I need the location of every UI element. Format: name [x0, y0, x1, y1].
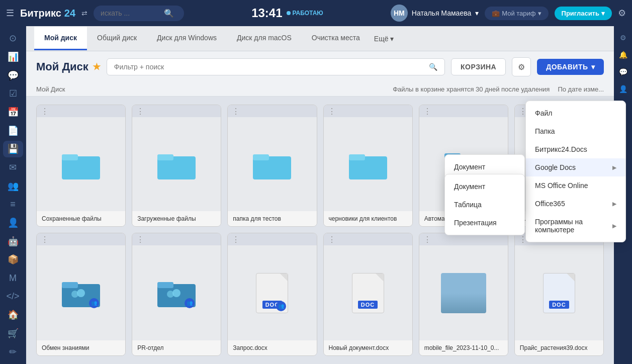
card-body — [228, 117, 316, 211]
card-footer: Загруженные файлы — [132, 211, 221, 226]
star-icon[interactable]: ★ — [93, 61, 101, 72]
list-item[interactable]: ⋮ 👥 Обмен знаниями — [36, 233, 126, 356]
folder-wrap: 👥 — [156, 276, 197, 310]
sidebar-item-dev[interactable]: </> — [3, 288, 23, 305]
doc-wrap: DOC — [543, 273, 575, 313]
menu-icon[interactable]: ⋮ — [423, 235, 431, 244]
sidebar-item-hr[interactable]: 👤 — [3, 215, 23, 231]
doc-wrap: DOC 👥 — [256, 273, 288, 313]
tab-shared-disk[interactable]: Общий диск — [87, 27, 147, 50]
card-header: ⋮ — [132, 233, 221, 245]
folder-wrap: 👥 — [61, 276, 101, 310]
menu-icon[interactable]: ⋮ — [232, 107, 240, 116]
card-footer: Прайс_растения39.docx — [515, 340, 603, 355]
sidebar-item-contacts[interactable]: 👥 — [3, 177, 23, 194]
submenu-office-item-table[interactable]: Таблица — [445, 196, 524, 214]
user-profile[interactable]: НМ Наталья Мамаева ▾ — [391, 5, 479, 22]
hamburger-icon[interactable]: ☰ — [6, 8, 14, 19]
sidebar-item-shop[interactable]: 🛒 — [3, 325, 23, 342]
list-item[interactable]: ⋮ 👥 PR-отдел — [132, 233, 221, 356]
dropdown-item-folder[interactable]: Папка — [526, 122, 625, 140]
menu-icon[interactable]: ⋮ — [136, 107, 144, 116]
menu-icon[interactable]: ⋮ — [41, 235, 49, 244]
list-item[interactable]: ⋮ черновики для клиентов — [323, 105, 413, 227]
tab-bar: Мой диск Общий диск Диск для Windows Дис… — [26, 26, 614, 51]
gear-icon: ⚙ — [518, 62, 525, 72]
svg-point-17 — [71, 291, 78, 298]
sidebar-item-crm[interactable]: ≡ — [3, 196, 23, 213]
filter-input[interactable] — [114, 63, 425, 71]
card-header: ⋮ — [324, 105, 412, 117]
sidebar-item-docs[interactable]: 📄 — [3, 122, 23, 139]
sidebar-item-chat[interactable]: 💬 — [3, 67, 23, 83]
add-button[interactable]: ДОБАВИТЬ ▾ — [537, 59, 604, 75]
submenu-office-item-document[interactable]: Документ — [445, 177, 524, 196]
tabs-more[interactable]: Ещё ▾ — [370, 28, 398, 50]
card-footer: mobile_file_2023-11-10_0... — [419, 340, 508, 355]
list-item[interactable]: ⋮ DOC Новый документ.docx — [323, 233, 413, 356]
submenu-item-document[interactable]: Документ — [445, 158, 524, 176]
dropdown-item-google-docs[interactable]: Google Docs ▶ — [526, 158, 625, 176]
card-header: ⋮ — [37, 233, 125, 245]
tab-cleanup[interactable]: Очистка места — [302, 27, 370, 50]
sidebar-item-chart[interactable]: 📊 — [3, 49, 23, 65]
right-sidebar-chat[interactable]: 💬 — [615, 64, 630, 79]
shared-badge: 👥 — [89, 298, 99, 308]
dropdown-item-programs[interactable]: Программы на компьютере ▶ — [526, 213, 625, 239]
tariff-button[interactable]: 💼 Мой тариф ▾ — [485, 7, 548, 20]
notifications-icon[interactable]: ⚙ — [618, 8, 626, 19]
tab-disk-windows[interactable]: Диск для Windows — [147, 27, 227, 50]
tab-disk-macos[interactable]: Диск для macOS — [227, 27, 302, 50]
dropdown-item-bitrix-docs[interactable]: Битрикс24.Docs — [526, 140, 625, 158]
menu-icon[interactable]: ⋮ — [232, 235, 240, 244]
breadcrumb: Мой Диск — [36, 85, 65, 93]
sidebar-item-edit[interactable]: ✏ — [3, 343, 23, 360]
settings-button[interactable]: ⚙ — [512, 57, 531, 76]
sort-label[interactable]: По дате изме... — [558, 85, 604, 93]
sidebar-item-metrics[interactable]: M — [3, 270, 23, 287]
list-item[interactable]: ⋮ Загруженные файлы — [132, 105, 221, 227]
menu-icon[interactable]: ⋮ — [41, 107, 49, 116]
add-dropdown: Файл Папка Битрикс24.Docs Google Docs ▶ … — [525, 101, 626, 242]
list-item[interactable]: ⋮ Сохраненные файлы — [36, 105, 126, 227]
dropdown-item-office365[interactable]: Office365 ▶ — [526, 195, 625, 213]
menu-icon[interactable]: ⋮ — [328, 235, 336, 244]
sidebar-item-tasks[interactable]: ☑ — [3, 85, 23, 102]
sidebar-item-calendar[interactable]: 📅 — [3, 104, 23, 121]
list-item[interactable]: ⋮ mobile_file_2023-11-10_0... — [419, 233, 508, 356]
topbar-time: 13:41 РАБОТАЮ — [251, 6, 323, 20]
right-sidebar-user[interactable]: 👤 — [615, 81, 630, 97]
sidebar-item-disk[interactable]: 💾 — [3, 141, 23, 157]
sidebar-item-activity[interactable]: ⊙ — [3, 30, 23, 47]
sidebar-item-robot[interactable]: 🤖 — [3, 233, 23, 249]
dropdown-item-ms-office[interactable]: MS Office Online — [526, 176, 625, 195]
search-icon: 🔍 — [164, 9, 174, 18]
svg-point-21 — [167, 291, 174, 298]
sidebar-item-store[interactable]: 📦 — [3, 251, 23, 268]
ms-office-submenu: Документ Таблица Презентация — [444, 174, 525, 235]
right-sidebar-bell[interactable]: 🔔 — [615, 47, 630, 62]
search-input[interactable] — [101, 9, 161, 17]
trash-button[interactable]: КОРЗИНА — [451, 58, 506, 75]
info-bar: Мой Диск Файлы в корзине хранятся 30 дне… — [26, 82, 614, 97]
menu-icon[interactable]: ⋮ — [328, 107, 336, 116]
tab-my-disk[interactable]: Мой диск — [34, 27, 87, 50]
menu-icon[interactable]: ⋮ — [423, 107, 431, 116]
list-item[interactable]: ⋮ DOC Прайс_растения39.docx — [514, 233, 604, 356]
folder-icon — [252, 148, 292, 180]
filter-search-box: 🔍 — [107, 58, 445, 75]
right-sidebar-settings[interactable]: ⚙ — [615, 30, 630, 45]
submenu-office-item-presentation[interactable]: Презентация — [445, 214, 524, 232]
chevron-down-icon: ▾ — [591, 63, 595, 71]
arrows-icon[interactable]: ⇄ — [81, 9, 87, 17]
sidebar-item-mail[interactable]: ✉ — [3, 159, 23, 176]
list-item[interactable]: ⋮ DOC 👥 Запрос.docx — [227, 233, 317, 356]
menu-icon[interactable]: ⋮ — [136, 235, 144, 244]
invite-button[interactable]: Пригласить ▾ — [555, 7, 612, 20]
sidebar-item-sites[interactable]: 🏠 — [3, 307, 23, 323]
card-body — [132, 117, 221, 211]
card-body — [37, 117, 125, 211]
status-dot — [287, 11, 291, 15]
list-item[interactable]: ⋮ папка для тестов — [227, 105, 317, 227]
dropdown-item-file[interactable]: Файл — [526, 104, 625, 122]
